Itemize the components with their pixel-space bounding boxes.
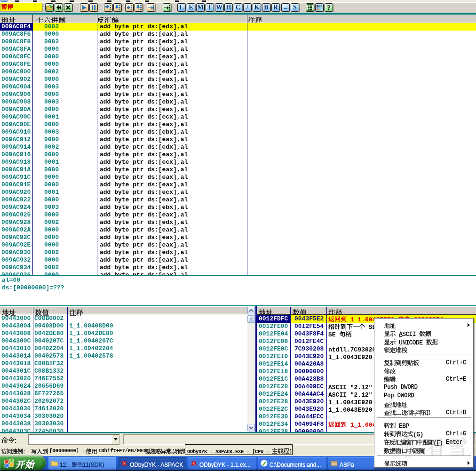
svg-text:?: ? [327, 4, 331, 11]
